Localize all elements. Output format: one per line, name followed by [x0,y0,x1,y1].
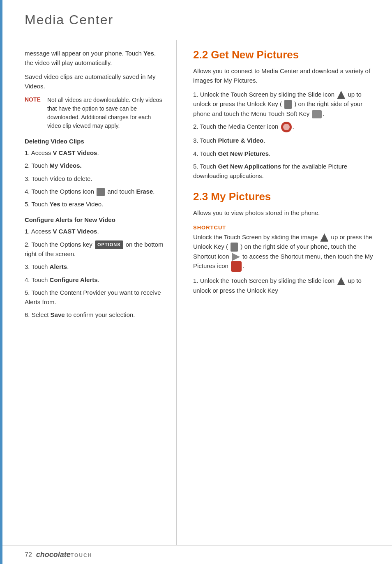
shortcut-label: SHORTCUT [193,224,380,231]
my-pictures-icon [231,261,242,272]
list-item: 4. Touch Configure Alerts. [25,275,164,284]
section-23-list: 1. Unlock the Touch Screen by sliding th… [193,276,380,295]
note-block: NOTE Not all videos are downloadable. On… [25,96,164,130]
options-key-icon: OPTIONS [95,240,123,249]
note-label: NOTE [25,96,43,130]
media-center-icon [281,122,292,132]
list-item: 2. Touch My Videos. [25,161,164,170]
list-item: 5. Touch the Content Provider you want t… [25,288,164,307]
unlock-key-icon-shortcut [231,243,238,252]
list-item: 2. Touch the Media Center icon . [193,122,380,132]
intro-para-2: Saved video clips are automatically save… [25,72,164,91]
slide-icon-1 [337,91,345,99]
page-title: Media Center [0,0,392,36]
content-wrapper: message will appear on your phone. Touch… [0,36,392,545]
configure-alerts-heading: Configure Alerts for New Video [25,216,164,223]
list-item: 1. Access V CAST Videos. [25,227,164,236]
configure-alerts-list: 1. Access V CAST Videos. 2. Touch the Op… [25,227,164,319]
footer-page-number: 72 [25,551,32,559]
section-23-intro: Allows you to view photos stored in the … [193,208,380,217]
list-item: 2. Touch the Options key OPTIONS on the … [25,240,164,259]
slide-icon-shortcut [320,233,328,242]
section-23-title: 2.3 My Pictures [193,190,380,203]
deleting-video-clips-heading: Deleting Video Clips [25,138,164,145]
list-item: 1. Unlock the Touch Screen by sliding th… [193,90,380,119]
slide-icon-2 [337,277,345,285]
right-column: 2.2 Get New Pictures Allows you to conne… [177,40,392,545]
note-text: Not all videos are downloadable. Only vi… [47,96,164,130]
list-item: 6. Select Save to confirm your selection… [25,310,164,319]
shortcut-text: Unlock the Touch Screen by sliding the i… [193,232,380,272]
intro-para-1: message will appear on your phone. Touch… [25,49,164,68]
footer-brand: chocolateTOUCH [36,550,92,559]
list-item: 3. Touch Picture & Video. [193,136,380,145]
section-22-intro: Allows you to connect to Media Center an… [193,66,380,86]
left-column: message will appear on your phone. Touch… [0,40,177,545]
left-accent-bar [0,0,2,564]
list-item: 4. Touch the Options icon and touch Eras… [25,187,164,196]
deleting-video-clips-list: 1. Access V CAST Videos. 2. Touch My Vid… [25,148,164,209]
list-item: 1. Access V CAST Videos. [25,148,164,157]
section-22-list: 1. Unlock the Touch Screen by sliding th… [193,90,380,181]
shortcut-icon [232,253,240,261]
list-item: 3. Touch Video to delete. [25,174,164,183]
list-item: 3. Touch Alerts. [25,262,164,271]
list-item: 4. Touch Get New Pictures. [193,149,380,158]
options-icon [97,188,105,196]
page-container: Media Center message will appear on your… [0,0,392,564]
unlock-key-icon-1 [284,100,292,109]
page-footer: 72 chocolateTOUCH [0,545,392,564]
menu-soft-key-icon [312,110,322,118]
footer-brand-suffix: TOUCH [71,552,92,558]
list-item: 5. Touch Get New Applications for the av… [193,162,380,181]
list-item: 1. Unlock the Touch Screen by sliding th… [193,276,380,295]
list-item: 5. Touch Yes to erase Video. [25,199,164,209]
section-22-title: 2.2 Get New Pictures [193,49,380,61]
